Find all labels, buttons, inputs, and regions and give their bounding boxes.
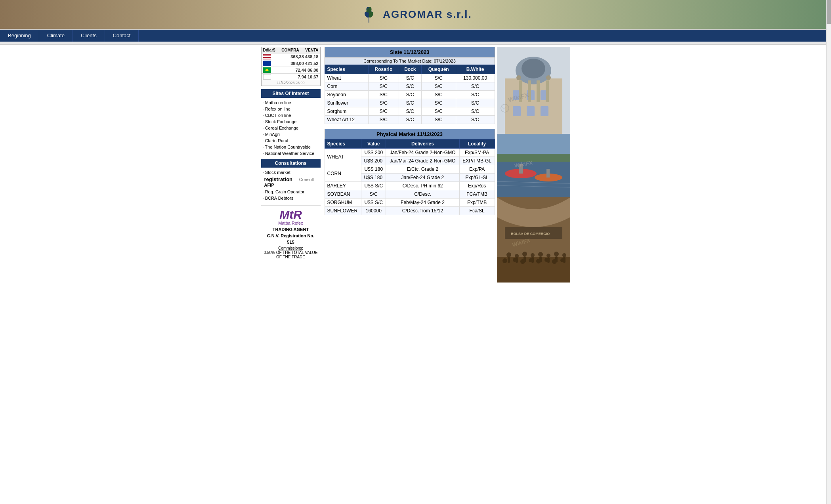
matba-cnv: C.N.V. Registration No. [261, 233, 321, 238]
nav-contact[interactable]: Contact [105, 30, 139, 42]
sidebar-item-minagri[interactable]: MinAgri [261, 131, 321, 137]
flag-uy [263, 74, 271, 80]
table-row: WHEATU$S 200Jan/Feb-24 Grade 2-Non-GMOEx… [325, 149, 495, 157]
table-row: SORGHUMU$S S/CFeb/May-24 Grade 2Exp/TMB [325, 199, 495, 207]
slate-dock: S/C [399, 116, 421, 124]
svg-point-43 [554, 252, 559, 256]
slate-table-subtitle: Corresponding To The Market Date: 07/12/… [325, 57, 495, 65]
slate-quequen: S/C [421, 99, 456, 107]
currency-br-values: 72,44 86,00 [295, 68, 318, 73]
physical-value: U$S 180 [361, 174, 386, 182]
slate-rosario: S/C [368, 99, 399, 107]
physical-deliveries: C/Desc. [386, 190, 460, 199]
svg-point-42 [546, 254, 550, 258]
logo-icon [359, 5, 379, 25]
currency-sell-label: VENTA [305, 48, 318, 52]
registration-consult: = Consult [295, 177, 314, 182]
slate-quequen: S/C [421, 74, 456, 82]
svg-rect-55 [523, 256, 526, 262]
currency-row-us: 368,38 438,18 [262, 53, 320, 60]
slate-species: Soybean [325, 91, 368, 99]
nav-beginning[interactable]: Beginning [0, 30, 39, 42]
physical-col-locality: Locality [459, 139, 495, 149]
slate-rosario: S/C [368, 91, 399, 99]
physical-col-deliveries: Deliveries [386, 139, 460, 149]
flag-eu [263, 61, 271, 66]
table-row: Corn S/C S/C S/C S/C [325, 82, 495, 91]
matba-number: 515 [261, 240, 321, 244]
slate-table-body: Wheat S/C S/C S/C 130.000,00 Corn S/C S/… [325, 74, 495, 124]
physical-locality: Exp/SM-PA [459, 149, 495, 157]
physical-deliveries: Jan/Mar-24 Grade 2-Non-GMO [386, 157, 460, 165]
matba-area: MtR Matba Rofex TRADING AGENT C.N.V. Reg… [261, 205, 321, 259]
slate-rosario: S/C [368, 107, 399, 116]
physical-locality: EXP/TMB-GL [459, 157, 495, 165]
physical-deliveries: Jan/Feb-24 Grade 2-Non-GMO [386, 149, 460, 157]
sidebar-item-rofex[interactable]: Rofex on line [261, 106, 321, 112]
slate-rosario: S/C [368, 74, 399, 82]
physical-locality: Exp/Ros [459, 182, 495, 190]
sidebar-item-nws[interactable]: National Weather Service [261, 150, 321, 157]
slate-table: Species Rosario Dock Quequén B.White Whe… [325, 65, 495, 124]
currency-us-values: 368,38 438,18 [290, 54, 318, 59]
slate-species: Sorghum [325, 107, 368, 116]
svg-point-45 [502, 258, 507, 263]
currency-row-uy: 7,94 10,67 [262, 73, 320, 80]
svg-rect-57 [539, 257, 542, 262]
sidebar: Dólar$ COMPRA VENTA 368,38 438,18 388,00… [259, 45, 323, 284]
slate-col-rosario: Rosario [368, 65, 399, 74]
physical-table-body: WHEATU$S 200Jan/Feb-24 Grade 2-Non-GMOEx… [325, 149, 495, 215]
currency-buy-label: COMPRA [281, 48, 299, 52]
sidebar-item-nation-countryside[interactable]: The Nation Countryside [261, 144, 321, 150]
building-image: WikiFX W [497, 47, 570, 134]
slate-col-dock: Dock [399, 65, 421, 74]
table-row: Wheat S/C S/C S/C 130.000,00 [325, 74, 495, 82]
commissions-area: Commissions: 0.50% OF THE TOTAL VALUE OF… [261, 246, 321, 259]
currency-header: Dólar$ COMPRA VENTA [262, 47, 320, 53]
navbar: Beginning Climate Clients Contact [0, 30, 831, 42]
scrollbar-thumb[interactable] [827, 0, 831, 24]
thin-bar [0, 42, 831, 45]
sidebar-item-stock-market[interactable]: Stock market [261, 169, 321, 176]
sidebar-item-clarin-rural[interactable]: Clarín Rural [261, 137, 321, 144]
scrollbar-track[interactable] [826, 0, 831, 284]
physical-col-value: Value [361, 139, 386, 149]
sidebar-item-cereal-exchange[interactable]: Cereal Exchange [261, 125, 321, 131]
physical-species: SOYBEAN [325, 190, 361, 199]
sidebar-item-cbot[interactable]: CBOT on line [261, 112, 321, 118]
flag-br [263, 67, 271, 73]
sidebar-item-bcra[interactable]: BCRA Debtors [261, 195, 321, 201]
svg-text:BOLSA DE COMERCIO: BOLSA DE COMERCIO [511, 232, 550, 236]
svg-point-41 [538, 252, 543, 257]
slate-table-container: Slate 11/12/2023 Corresponding To The Ma… [325, 47, 495, 124]
currency-row-br: 72,44 86,00 [262, 67, 320, 73]
logo-area: AGROMAR s.r.l. [359, 5, 472, 25]
table-row: SUNFLOWER160000C/Desc. from 15/12Fca/SL [325, 207, 495, 215]
matba-logo: MtR [261, 209, 321, 221]
commissions-link[interactable]: Commissions [278, 246, 302, 250]
slate-dock: S/C [399, 91, 421, 99]
consultations-title: Consultations [261, 159, 321, 168]
matba-sub: Matba Rofex [261, 221, 321, 225]
svg-rect-58 [547, 258, 550, 263]
physical-deliveries: E/Ctc. Grade 2 [386, 165, 460, 174]
sidebar-item-matba[interactable]: Matba on line [261, 99, 321, 106]
physical-col-species: Species [325, 139, 361, 149]
nav-climate[interactable]: Climate [39, 30, 73, 42]
table-row: Wheat Art 12 S/C S/C S/C S/C [325, 116, 495, 124]
physical-deliveries: C/Desc. from 15/12 [386, 207, 460, 215]
slate-col-quequen: Quequén [421, 65, 456, 74]
slate-bwhite: 130.000,00 [456, 74, 495, 82]
physical-locality: Exp/TMB [459, 199, 495, 207]
currency-timestamp: 11/12/2023 23:00 [262, 80, 320, 86]
svg-point-20 [516, 75, 521, 80]
svg-rect-15 [541, 106, 548, 116]
slate-quequen: S/C [421, 116, 456, 124]
commissions-value: 0.50% OF THE TOTAL VALUE OF THE TRADE [264, 250, 318, 259]
svg-point-9 [522, 59, 545, 78]
slate-quequen: S/C [421, 82, 456, 91]
nav-clients[interactable]: Clients [73, 30, 105, 42]
registration-label: registration [263, 176, 294, 183]
sidebar-item-reg-grain[interactable]: Reg. Grain Operator [261, 189, 321, 195]
sidebar-item-stock-exchange[interactable]: Stock Exchange [261, 118, 321, 125]
